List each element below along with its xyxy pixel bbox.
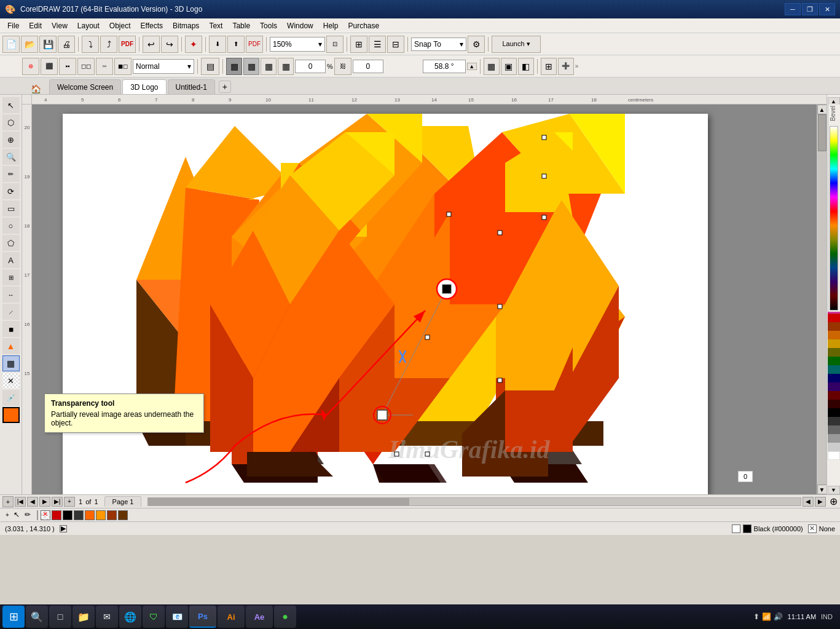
scroll-thumb[interactable]	[818, 114, 826, 151]
color-darkred[interactable]	[828, 391, 840, 400]
import-button[interactable]: ⤵	[82, 36, 99, 53]
color-tan[interactable]	[828, 339, 840, 348]
export2-button[interactable]: ⬆	[227, 36, 245, 53]
checker-3[interactable]: ▦	[261, 58, 277, 75]
add-tab-button[interactable]: +	[219, 81, 231, 93]
menu-edit[interactable]: Edit	[24, 20, 47, 31]
email-button[interactable]: 📧	[166, 606, 188, 628]
zoom-in-button[interactable]: ⊕	[830, 496, 838, 507]
color-brown[interactable]	[828, 322, 840, 331]
menu-help[interactable]: Help	[318, 20, 343, 31]
menu-layout[interactable]: Layout	[73, 20, 104, 31]
add-page-button[interactable]: +	[2, 496, 14, 507]
menu-file[interactable]: File	[2, 20, 24, 31]
swatch-darkgray[interactable]	[74, 510, 84, 520]
menu-view[interactable]: View	[47, 20, 73, 31]
save-button[interactable]: 💾	[39, 36, 57, 53]
menu-object[interactable]: Object	[104, 20, 136, 31]
restore-button[interactable]: ❐	[802, 3, 818, 15]
add-page-end-button[interactable]: +	[64, 497, 75, 507]
open-button[interactable]: 📂	[21, 36, 38, 53]
mail-button[interactable]: ✉	[96, 606, 118, 628]
hscroll-left[interactable]: ◀	[803, 497, 814, 507]
pixel-icon[interactable]: ▫▫	[96, 58, 113, 75]
selection-tool[interactable]: ↖	[2, 97, 20, 113]
link-icon[interactable]: ⛓	[334, 58, 351, 75]
dimension-tool[interactable]: ↔	[2, 287, 20, 303]
browser-button[interactable]: 🌐	[119, 606, 141, 628]
connector-tool[interactable]: ⟋	[2, 304, 20, 320]
view-snap[interactable]: ⊟	[387, 36, 404, 53]
add-color-button[interactable]: +	[2, 510, 12, 520]
wireframe-icon[interactable]: ⊛	[22, 58, 39, 75]
export-button[interactable]: ⤴	[100, 36, 117, 53]
zoom-to-fit[interactable]: ⊡	[326, 36, 343, 53]
color-darkgreen[interactable]	[828, 357, 840, 365]
drop-shadow-tool[interactable]: ◼	[2, 321, 20, 337]
explorer-button[interactable]: 📁	[73, 606, 95, 628]
plus-icon[interactable]: ✚	[558, 58, 574, 75]
color-crimson[interactable]	[828, 314, 840, 322]
color-midgray[interactable]	[828, 434, 840, 443]
minimize-button[interactable]: ─	[785, 3, 801, 15]
expand-arrow[interactable]: ▶	[60, 525, 67, 532]
pencil-icon[interactable]: ✏	[25, 510, 34, 520]
freehand-tool[interactable]: ✏	[2, 166, 20, 182]
polygon-tool[interactable]: ⬠	[2, 235, 20, 251]
view-btn2[interactable]: ▣	[501, 58, 517, 75]
swatch-red[interactable]	[52, 510, 61, 520]
menu-text[interactable]: Text	[204, 20, 227, 31]
text-tool[interactable]: A	[2, 252, 20, 268]
vertical-scrollbar[interactable]: ▲ ▼	[817, 105, 826, 494]
tab-untitled[interactable]: Untitled-1	[168, 79, 215, 94]
color-darkpurple[interactable]	[828, 382, 840, 391]
next-page-button[interactable]: ▶	[39, 497, 50, 507]
angle-up[interactable]: ▲	[467, 63, 477, 70]
view-mode-dropdown[interactable]: Normal ▾	[133, 59, 194, 74]
ellipse-tool[interactable]: ○	[2, 218, 20, 234]
color-lightgray[interactable]	[828, 443, 840, 451]
color-white2[interactable]	[828, 451, 840, 460]
new-button[interactable]: 📄	[2, 36, 20, 53]
redo-button[interactable]: ↪	[161, 36, 178, 53]
search-button[interactable]: 🔍	[26, 606, 48, 628]
close-button[interactable]: ✕	[819, 3, 835, 15]
no-color-tool[interactable]: ✕	[2, 373, 20, 389]
angle-input[interactable]	[423, 60, 466, 73]
menu-table[interactable]: Table	[227, 20, 255, 31]
print-button[interactable]: 🖨	[58, 36, 75, 53]
outline-icon[interactable]: ◻◻	[77, 58, 95, 75]
view-grid[interactable]: ⊞	[350, 36, 367, 53]
eyedropper-tool[interactable]: 💉	[2, 390, 20, 406]
view-btn1[interactable]: ▦	[484, 58, 500, 75]
prev-page-button[interactable]: ◀	[27, 497, 38, 507]
zoom-dropdown[interactable]: 150% ▾	[270, 37, 325, 52]
scroll-up-button[interactable]: ▲	[817, 105, 827, 114]
view-layout[interactable]: ☰	[369, 36, 386, 53]
color-black[interactable]	[828, 408, 840, 417]
start-button[interactable]: ⊞	[2, 606, 25, 628]
page-tab[interactable]: Page 1	[104, 496, 142, 507]
menu-purchase[interactable]: Purchase	[343, 20, 384, 31]
fill-tool[interactable]: ▲	[2, 338, 20, 354]
record-button[interactable]: ●	[274, 606, 296, 628]
photoshop-button[interactable]: Ps	[189, 606, 216, 628]
options-button[interactable]: ⚙	[468, 36, 485, 53]
swatch-brown[interactable]	[107, 510, 117, 520]
undo-button[interactable]: ↩	[143, 36, 160, 53]
checker-4[interactable]: ▦	[278, 58, 294, 75]
task-view-button[interactable]: □	[49, 606, 71, 628]
transparency-tool[interactable]: ▦	[2, 355, 20, 371]
color-sienna[interactable]	[828, 331, 840, 339]
color-darkbrown[interactable]	[828, 400, 840, 408]
no-fill-swatch[interactable]: ✕	[41, 510, 50, 520]
scroll-down-button[interactable]: ▼	[817, 485, 827, 494]
cursor-icon[interactable]: ↖	[14, 510, 23, 520]
menu-effects[interactable]: Effects	[136, 20, 168, 31]
magic-wand-button[interactable]: ✦	[185, 36, 202, 53]
tab-welcome[interactable]: Welcome Screen	[49, 79, 121, 94]
swatch-black[interactable]	[63, 510, 73, 520]
y-position-input[interactable]	[353, 60, 383, 73]
rectangle-tool[interactable]: ▭	[2, 200, 20, 216]
menu-tools[interactable]: Tools	[255, 20, 282, 31]
